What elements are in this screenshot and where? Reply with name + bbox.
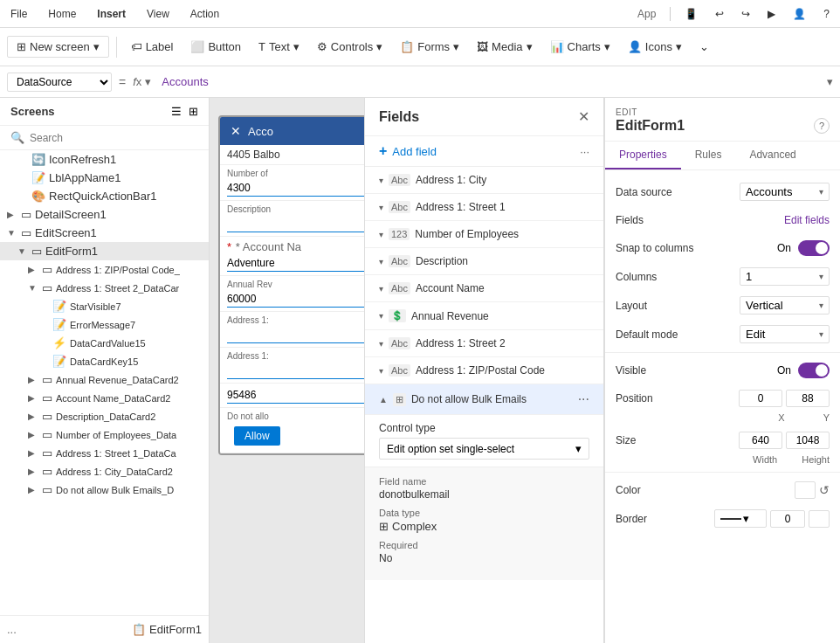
tree-item-num-employees[interactable]: ▶ ▭ Number of Employees_Data	[0, 425, 209, 444]
tree-item-description[interactable]: ▶ ▭ Description_DataCard2	[0, 407, 209, 425]
field-item-annual-revenue[interactable]: ▾ 💲 Annual Revenue	[365, 302, 603, 330]
add-field-more-icon[interactable]: ···	[580, 145, 589, 158]
visible-toggle[interactable]	[798, 363, 830, 378]
tree-item-datacardvalue15[interactable]: ⚡ DataCardValue15	[0, 334, 209, 352]
search-input[interactable]	[30, 132, 198, 144]
fx-icon: fx	[133, 75, 141, 88]
field-item-bulk-emails[interactable]: ▲ ⊞ Do not allow Bulk Emails ···	[365, 384, 603, 415]
snap-toggle[interactable]	[798, 240, 830, 256]
field-more-icon[interactable]: ···	[578, 391, 589, 407]
list-view-icon[interactable]: ☰	[171, 105, 182, 118]
menu-file[interactable]: File	[7, 6, 31, 22]
edit-fields-link[interactable]: Edit fields	[784, 214, 830, 226]
fields-close-button[interactable]: ✕	[578, 108, 589, 125]
tree-item-editform1[interactable]: ▼ ▭ EditForm1	[0, 242, 209, 260]
media-chevron-icon: ▾	[527, 40, 533, 53]
formula-chevron-icon[interactable]: ▾	[827, 75, 833, 88]
tree-item-rectquick[interactable]: 🎨 RectQuickActionBar1	[0, 187, 209, 205]
tree-item-address-zip[interactable]: ▶ ▭ Address 1: ZIP/Postal Code_	[0, 260, 209, 279]
address1-input[interactable]	[227, 327, 364, 343]
color-refresh-icon[interactable]: ↺	[819, 483, 830, 497]
border-width-input[interactable]	[770, 510, 805, 528]
formula-input[interactable]	[158, 75, 820, 88]
menu-view[interactable]: View	[143, 6, 173, 22]
phone-close-icon[interactable]: ✕	[231, 124, 241, 138]
tree-item-address-street2[interactable]: ▼ ▭ Address 1: Street 2_DataCar	[0, 279, 209, 297]
tree-item-address-street1[interactable]: ▶ ▭ Address 1: Street 1_DataCa	[0, 444, 209, 462]
tree-item-annual-revenue[interactable]: ▶ ▭ Annual Revenue_DataCard2	[0, 370, 209, 389]
control-type-select[interactable]: Edit option set single-select ▾	[379, 438, 589, 460]
field-item-address-city[interactable]: ▾ Abc Address 1: City	[365, 167, 603, 194]
tree-item-account-name[interactable]: ▶ ▭ Account Name_DataCard2	[0, 389, 209, 407]
text-icon: T	[258, 40, 265, 53]
menu-action[interactable]: Action	[187, 6, 223, 22]
form-name-label: EditForm1	[616, 118, 685, 134]
controls-button[interactable]: ⚙ Controls ▾	[310, 37, 389, 57]
position-x-input[interactable]	[739, 390, 782, 407]
forms-button[interactable]: 📋 Forms ▾	[393, 37, 466, 57]
address2-input[interactable]	[227, 363, 364, 379]
text-button[interactable]: T Text ▾	[251, 37, 306, 57]
tree-item-address-city[interactable]: ▶ ▭ Address 1: City_DataCard2	[0, 462, 209, 481]
field-item-address-street1[interactable]: ▾ Abc Address 1: Street 1	[365, 194, 603, 221]
menu-home[interactable]: Home	[45, 6, 79, 22]
new-screen-button[interactable]: ⊞ New screen ▾	[7, 36, 109, 58]
columns-select[interactable]: 1 ▾	[740, 267, 830, 286]
field-item-num-employees[interactable]: ▾ 123 Number of Employees	[365, 221, 603, 248]
field-name-detail: Field name donotbulkemail	[379, 476, 589, 501]
default-mode-select[interactable]: Edit ▾	[740, 325, 830, 343]
right-panel-help-icon[interactable]: ?	[814, 118, 830, 134]
screens-more-button[interactable]: ...	[7, 623, 17, 636]
field-item-account-name[interactable]: ▾ Abc Account Name	[365, 275, 603, 302]
color-box[interactable]	[795, 481, 816, 499]
data-source-select[interactable]: Accounts ▾	[740, 183, 830, 201]
redo-icon[interactable]: ↪	[738, 6, 754, 22]
border-style-select[interactable]: ▾	[714, 509, 767, 528]
undo-icon[interactable]: ↩	[712, 6, 727, 22]
layout-select[interactable]: Vertical ▾	[740, 296, 830, 315]
phone-icon[interactable]: 📱	[681, 6, 701, 22]
description-input[interactable]	[227, 216, 364, 232]
size-height-input[interactable]	[786, 432, 830, 449]
field-name-label: Address 1: City	[416, 174, 589, 186]
button-button[interactable]: ⬜ Button	[183, 37, 248, 57]
size-width-input[interactable]	[739, 432, 782, 449]
annualrev-input[interactable]	[227, 291, 364, 308]
canvas-address-field: 4405 Balbo	[220, 145, 364, 165]
zip-input[interactable]	[227, 387, 364, 404]
allow-button[interactable]: Allow	[234, 426, 280, 446]
grid-view-icon[interactable]: ⊞	[189, 105, 198, 118]
tree-item-lblappname[interactable]: 📝 LblAppName1	[0, 169, 209, 187]
icons-button[interactable]: 👤 Icons ▾	[621, 37, 689, 57]
tree-item-iconrefresh[interactable]: 🔄 IconRefresh1	[0, 150, 209, 169]
field-item-description[interactable]: ▾ Abc Description	[365, 248, 603, 275]
accountname-input[interactable]	[227, 255, 364, 272]
label-button[interactable]: 🏷 Label	[124, 37, 181, 57]
field-expand-icon: ▾	[379, 311, 383, 321]
charts-button[interactable]: 📊 Charts ▾	[543, 37, 617, 57]
datasource-select[interactable]: DataSource	[7, 73, 112, 92]
tree-item-errormessage7[interactable]: 📝 ErrorMessage7	[0, 315, 209, 334]
border-label: Border	[616, 513, 685, 525]
tab-advanced[interactable]: Advanced	[735, 142, 809, 169]
user-icon[interactable]: 👤	[789, 6, 809, 22]
tab-rules[interactable]: Rules	[681, 142, 736, 169]
tree-item-datacardkey15[interactable]: 📝 DataCardKey15	[0, 352, 209, 370]
tree-item-detailscreen[interactable]: ▶ ▭ DetailScreen1	[0, 205, 209, 224]
help-icon[interactable]: ?	[820, 6, 833, 22]
add-field-button[interactable]: + Add field ···	[365, 136, 603, 167]
tree-item-bulk-emails[interactable]: ▶ ▭ Do not allow Bulk Emails_D	[0, 481, 209, 499]
tree-item-editscreen[interactable]: ▼ ▭ EditScreen1	[0, 224, 209, 242]
menu-insert[interactable]: Insert	[93, 6, 129, 22]
play-icon[interactable]: ▶	[764, 6, 779, 22]
border-color-box[interactable]	[809, 510, 830, 528]
tree-item-starvisible7[interactable]: 📝 StarVisible7	[0, 297, 209, 315]
field-expand-icon: ▾	[379, 339, 383, 349]
tab-properties[interactable]: Properties	[605, 142, 681, 169]
position-y-input[interactable]	[786, 390, 830, 407]
num-employees-input[interactable]	[227, 180, 364, 197]
field-item-address-street2[interactable]: ▾ Abc Address 1: Street 2	[365, 330, 603, 357]
more-button[interactable]: ⌄	[692, 37, 716, 57]
media-button[interactable]: 🖼 Media ▾	[470, 37, 539, 57]
field-item-address-zip[interactable]: ▾ Abc Address 1: ZIP/Postal Code	[365, 357, 603, 384]
